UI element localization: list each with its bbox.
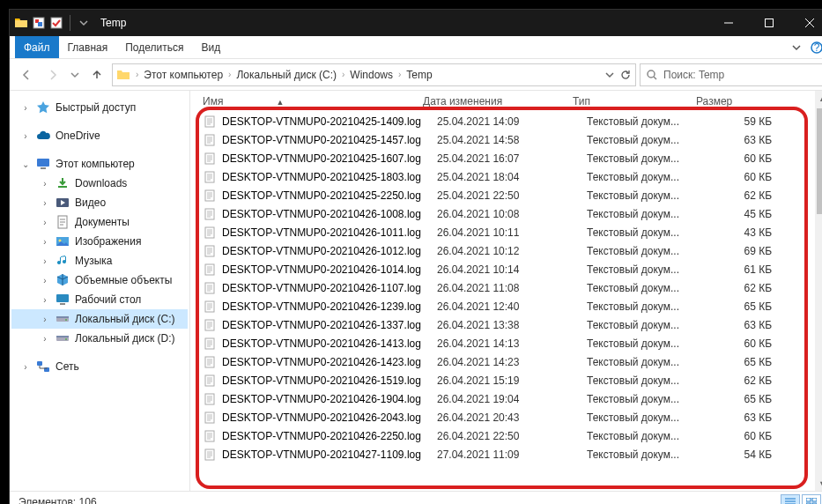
text-file-icon — [203, 263, 217, 277]
maximize-button[interactable] — [749, 10, 789, 36]
nav-pictures[interactable]: ›Изображения — [11, 232, 188, 251]
text-file-icon — [203, 448, 217, 462]
svg-rect-34 — [205, 283, 214, 293]
chevron-right-icon[interactable]: › — [20, 362, 31, 372]
chevron-right-icon[interactable]: › — [342, 70, 344, 79]
file-row[interactable]: DESKTOP-VTNMUP0-20210426-1239.log26.04.2… — [190, 297, 815, 315]
up-button[interactable] — [85, 63, 108, 86]
col-date[interactable]: Дата изменения — [423, 95, 573, 107]
minimize-button[interactable] — [708, 10, 749, 36]
address-dropdown-icon[interactable] — [605, 70, 614, 79]
titlebar[interactable]: Temp — [10, 10, 822, 36]
file-row[interactable]: DESKTOP-VTNMUP0-20210425-1607.log25.04.2… — [190, 149, 815, 167]
file-row[interactable]: DESKTOP-VTNMUP0-20210425-1409.log25.04.2… — [190, 112, 815, 130]
file-size: 65 КБ — [710, 300, 789, 313]
file-row[interactable]: DESKTOP-VTNMUP0-20210426-1423.log26.04.2… — [190, 352, 815, 371]
file-row[interactable]: DESKTOP-VTNMUP0-20210426-1014.log26.04.2… — [190, 260, 815, 278]
crumb-3[interactable]: Temp — [406, 69, 432, 81]
cube-icon — [56, 273, 70, 287]
nav-documents[interactable]: ›Документы — [11, 212, 188, 232]
file-row[interactable]: DESKTOP-VTNMUP0-20210426-1904.log26.04.2… — [190, 389, 815, 408]
file-row[interactable]: DESKTOP-VTNMUP0-20210425-1457.log25.04.2… — [190, 130, 815, 149]
chevron-right-icon[interactable]: › — [20, 131, 31, 141]
col-type[interactable]: Тип — [573, 95, 696, 107]
chevron-right-icon[interactable]: › — [398, 70, 401, 79]
forward-button[interactable] — [41, 63, 64, 86]
history-dropdown[interactable] — [68, 63, 82, 86]
text-file-icon — [203, 115, 217, 129]
file-date: 26.04.2021 10:14 — [437, 263, 587, 276]
file-row[interactable]: DESKTOP-VTNMUP0-20210426-1008.log26.04.2… — [190, 204, 815, 223]
file-row[interactable]: DESKTOP-VTNMUP0-20210426-1337.log26.04.2… — [190, 315, 815, 334]
view-icons-button[interactable] — [802, 494, 821, 505]
qat-properties-icon[interactable] — [31, 15, 47, 31]
file-row[interactable]: DESKTOP-VTNMUP0-20210426-1011.log26.04.2… — [190, 223, 815, 241]
file-date: 26.04.2021 10:11 — [437, 226, 587, 239]
chevron-right-icon[interactable]: › — [20, 103, 31, 113]
file-row[interactable]: DESKTOP-VTNMUP0-20210426-1519.log26.04.2… — [190, 371, 815, 389]
svg-rect-29 — [205, 190, 214, 201]
scrollbar-thumb[interactable] — [817, 108, 822, 214]
scroll-up-button[interactable]: ▲ — [815, 91, 822, 106]
nav-desktop[interactable]: ›Рабочий стол — [11, 290, 188, 309]
nav-videos[interactable]: ›Видео — [11, 193, 188, 212]
close-button[interactable] — [789, 10, 822, 36]
file-name: DESKTOP-VTNMUP0-20210425-1409.log — [222, 115, 437, 128]
download-icon — [56, 176, 70, 190]
svg-rect-21 — [56, 336, 69, 337]
menu-view[interactable]: Вид — [192, 36, 229, 58]
col-size[interactable]: Размер — [696, 95, 775, 107]
file-row[interactable]: DESKTOP-VTNMUP0-20210426-1012.log26.04.2… — [190, 241, 815, 260]
crumb-0[interactable]: Этот компьютер — [144, 69, 223, 81]
search-input[interactable]: Поиск: Temp — [640, 63, 822, 86]
nav-disk-d[interactable]: ›Локальный диск (D:) — [11, 329, 188, 348]
vertical-scrollbar[interactable]: ▲ ▼ — [815, 91, 822, 491]
file-row[interactable]: DESKTOP-VTNMUP0-20210427-1109.log27.04.2… — [190, 445, 815, 463]
file-type: Текстовый докум... — [587, 374, 710, 387]
file-row[interactable]: DESKTOP-VTNMUP0-20210425-1803.log25.04.2… — [190, 167, 815, 186]
chevron-right-icon[interactable]: › — [136, 70, 138, 79]
nav-music[interactable]: ›Музыка — [11, 251, 188, 271]
view-details-button[interactable] — [781, 494, 800, 505]
file-row[interactable]: DESKTOP-VTNMUP0-20210426-2250.log26.04.2… — [190, 426, 815, 445]
menu-file[interactable]: Файл — [15, 36, 59, 58]
qat-dropdown-icon[interactable] — [79, 19, 88, 27]
help-icon[interactable]: ? — [811, 41, 822, 54]
file-name: DESKTOP-VTNMUP0-20210426-1008.log — [222, 208, 437, 220]
nav-3d-objects[interactable]: ›Объемные объекты — [11, 271, 188, 290]
file-row[interactable]: DESKTOP-VTNMUP0-20210426-1107.log26.04.2… — [190, 278, 815, 297]
file-size: 60 КБ — [710, 152, 789, 165]
breadcrumb-bar[interactable]: › Этот компьютер › Локальный диск (C:) ›… — [112, 63, 636, 86]
scroll-down-button[interactable]: ▼ — [815, 476, 822, 491]
nav-onedrive[interactable]: › OneDrive — [11, 126, 188, 145]
explorer-window: Temp Файл Главная Поделиться Вид ? › Это… — [9, 9, 822, 504]
crumb-1[interactable]: Локальный диск (C:) — [236, 69, 337, 81]
ribbon-expand-icon[interactable] — [791, 42, 802, 53]
chevron-right-icon[interactable]: › — [228, 70, 231, 79]
file-size: 65 КБ — [710, 393, 789, 405]
drive-icon — [56, 331, 70, 345]
navigation-pane[interactable]: › Быстрый доступ › OneDrive ⌄ Этот компь… — [10, 91, 190, 491]
col-name[interactable]: Имя — [203, 95, 223, 107]
menu-home[interactable]: Главная — [59, 36, 117, 58]
nav-disk-c[interactable]: ›Локальный диск (C:) — [11, 309, 188, 329]
file-row[interactable]: DESKTOP-VTNMUP0-20210425-2250.log25.04.2… — [190, 186, 815, 204]
svg-rect-43 — [205, 449, 214, 460]
chevron-down-icon[interactable]: ⌄ — [20, 159, 31, 169]
nav-network[interactable]: › Сеть — [11, 357, 188, 376]
back-button[interactable] — [15, 63, 38, 86]
menu-share[interactable]: Поделиться — [116, 36, 192, 58]
svg-rect-33 — [205, 264, 214, 275]
file-size: 60 КБ — [710, 337, 789, 350]
crumb-2[interactable]: Windows — [350, 69, 393, 81]
file-row[interactable]: DESKTOP-VTNMUP0-20210426-2043.log26.04.2… — [190, 408, 815, 426]
refresh-icon[interactable] — [619, 69, 632, 81]
nav-this-pc[interactable]: ⌄ Этот компьютер — [11, 154, 188, 174]
monitor-icon — [36, 157, 50, 171]
nav-downloads[interactable]: ›Downloads — [11, 174, 188, 193]
nav-quick-access[interactable]: › Быстрый доступ — [11, 98, 188, 117]
qat-checkbox-icon[interactable] — [48, 15, 64, 31]
file-row[interactable]: DESKTOP-VTNMUP0-20210426-1413.log26.04.2… — [190, 334, 815, 352]
file-name: DESKTOP-VTNMUP0-20210427-1109.log — [222, 448, 437, 461]
column-headers[interactable]: Имя▲ Дата изменения Тип Размер — [203, 91, 815, 112]
